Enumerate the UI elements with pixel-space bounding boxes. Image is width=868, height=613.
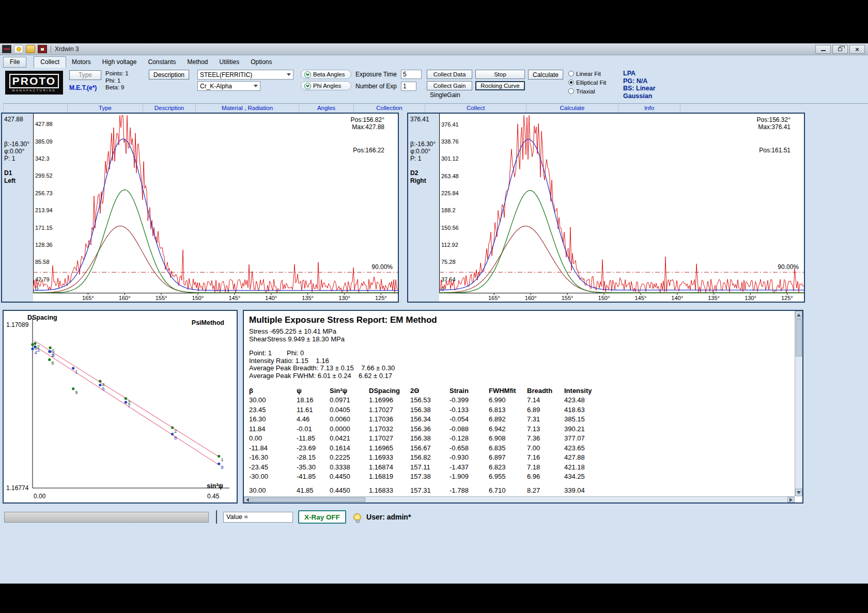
fit-option-label: Triaxial (576, 88, 595, 95)
d2-peak-max: Max:376.41 (758, 123, 791, 131)
radiation-select[interactable]: Cr_K-Alpha (197, 81, 260, 91)
fit-option-elliptical-fit[interactable]: Elliptical Fit (568, 78, 606, 86)
scroll-right-arrow[interactable] (787, 497, 795, 502)
report-horizontal-scrollbar[interactable] (244, 496, 795, 502)
vertical-scrollbar-thumb[interactable] (796, 319, 802, 356)
d1-phi-angle: φ:0.00° (4, 148, 33, 155)
svg-text:263.48: 263.48 (441, 173, 459, 179)
calculate-section-label: Calculate (526, 103, 618, 113)
avg-peak-fwhm-line: Average Peak FWHM: 6.01 ± 0.24 6.62 ± 0.… (249, 372, 792, 380)
scroll-left-arrow[interactable] (244, 497, 251, 502)
save-icon[interactable] (38, 45, 47, 53)
description-section-label: Description (143, 103, 195, 113)
d1-detector-label: D1 (4, 169, 33, 177)
xrdwin-window: XRD Xrdwin 3 × File Collect Motors High … (0, 43, 868, 584)
report-col-header: β (249, 386, 297, 396)
open-folder-icon[interactable] (26, 45, 35, 53)
menu-options[interactable]: Options (245, 57, 277, 68)
phi-angles-button[interactable]: Phi Angles (301, 81, 351, 90)
psi-x-axis-title: sin²ψ (207, 482, 223, 490)
horizontal-scrollbar-thumb[interactable] (252, 497, 365, 502)
menu-method[interactable]: Method (181, 57, 213, 68)
number-of-exp-input[interactable] (401, 82, 416, 91)
d1-profile-chart: 165°160°155°150°145°140°135°130°125°042.… (33, 114, 398, 302)
value-input[interactable] (223, 512, 293, 523)
minimize-button[interactable] (815, 45, 831, 54)
current-user-label: User: admin* (366, 513, 411, 521)
svg-text:376.41: 376.41 (441, 121, 459, 128)
report-col-header: ψ (297, 386, 330, 396)
svg-text:90.00%: 90.00% (778, 263, 799, 271)
report-table: βψSin²ψDSpacing2ΘStrainFWHMfitBreadthInt… (249, 386, 616, 494)
psi-method-label: PsiMethod (192, 319, 224, 326)
phi-angles-label: Phi Angles (313, 83, 341, 89)
stop-button[interactable]: Stop (475, 70, 525, 79)
exposure-time-input[interactable] (401, 70, 422, 79)
fit-options: Linear FitElliptical FitTriaxial (568, 70, 606, 103)
progress-bar (4, 512, 209, 523)
d1-beta-angle: β:-16.30° (4, 140, 33, 148)
rocking-curve-button[interactable]: Rocking Curve (475, 81, 525, 90)
svg-text:140°: 140° (265, 295, 277, 301)
report-row: 30.0018.160.09711.16996156.53-0.3996.990… (249, 396, 616, 405)
psi-x-min-label: 0.00 (34, 493, 45, 500)
svg-text:85.58: 85.58 (35, 259, 50, 265)
svg-text:8: 8 (174, 435, 177, 441)
svg-text:112.92: 112.92 (441, 242, 458, 248)
d2-chart-info: 376.41 β:-16.30° φ:0.00° P: 1 D2 Right (408, 114, 439, 302)
calculate-button[interactable]: Calculate (528, 70, 563, 80)
info-lpa: LPA (623, 70, 678, 77)
menu-constants[interactable]: Constants (142, 57, 181, 68)
tab-collect[interactable]: Collect (34, 56, 66, 68)
close-button[interactable]: × (849, 45, 865, 54)
menubar: File Collect Motors High voltage Constan… (0, 55, 868, 68)
report-row: 23.4511.610.04051.17027156.38-0.1336.813… (249, 405, 616, 415)
collect-gain-button[interactable]: Collect Gain (427, 81, 472, 90)
d1-point-number: P: 1 (4, 155, 33, 162)
beta-angles-button[interactable]: Beta Angles (301, 70, 351, 79)
d1-secondary-position: Pos:166.22 (353, 147, 384, 154)
svg-text:130°: 130° (338, 295, 350, 301)
radio-icon (568, 71, 574, 76)
stress-report-panel: Multiple Exposure Stress Report: EM Meth… (243, 310, 803, 504)
svg-text:135°: 135° (302, 295, 314, 301)
menu-high-voltage[interactable]: High voltage (97, 57, 143, 68)
number-of-exp-label: Number of Exp (355, 83, 398, 90)
chevron-down-icon (304, 83, 311, 89)
d2-chart-panel: 376.41 β:-16.30° φ:0.00° P: 1 D2 Right 1… (407, 113, 805, 303)
proto-logo: PROTO MANUFACTURING (5, 71, 63, 95)
report-col-header: DSpacing (369, 386, 410, 396)
svg-text:299.52: 299.52 (35, 172, 53, 179)
svg-text:128.36: 128.36 (35, 242, 53, 248)
scroll-up-arrow[interactable] (795, 311, 802, 319)
report-vertical-scrollbar[interactable] (795, 311, 802, 496)
menu-utilities[interactable]: Utilities (214, 57, 245, 68)
svg-text:160°: 160° (119, 295, 131, 301)
svg-text:150.56: 150.56 (441, 225, 459, 231)
report-row: -11.84-23.690.16141.16965156.67-0.6586.8… (249, 443, 616, 453)
titlebar-separator (51, 45, 51, 53)
fit-option-linear-fit[interactable]: Linear Fit (568, 70, 606, 77)
xray-off-button[interactable]: X-Ray OFF (298, 510, 346, 524)
menu-motors[interactable]: Motors (66, 57, 97, 68)
report-row: 11.84-0.010.00001.17032156.36-0.0886.942… (249, 424, 616, 434)
statusbar: X-Ray OFF User: admin* (0, 508, 868, 526)
hint-bulb-icon[interactable] (14, 45, 23, 53)
collect-data-button[interactable]: Collect Data (427, 70, 472, 79)
d1-side-label: Left (4, 177, 33, 185)
description-button[interactable]: Description (149, 70, 189, 80)
d1-chart-info: 427.88 β:-16.30° φ:0.00° P: 1 D1 Left (2, 114, 33, 302)
svg-text:90.00%: 90.00% (371, 263, 393, 271)
psi-y-axis-title: DSpacing (27, 314, 57, 321)
type-button[interactable]: Type (69, 70, 101, 80)
material-select[interactable]: STEEL(FERRITIC) (197, 70, 293, 80)
menu-file[interactable]: File (3, 57, 26, 68)
restore-button[interactable] (832, 45, 848, 54)
fit-option-triaxial[interactable]: Triaxial (568, 87, 606, 95)
d1-peak-max: Max:427.88 (352, 123, 384, 131)
info-pg: PG: N/A (623, 77, 678, 85)
scroll-down-arrow[interactable] (795, 489, 802, 496)
titlebar: XRD Xrdwin 3 × (0, 43, 868, 55)
info-gaussian: Gaussian (623, 92, 678, 100)
point-phi-line: Point: 1 Phi: 0 (249, 350, 792, 357)
